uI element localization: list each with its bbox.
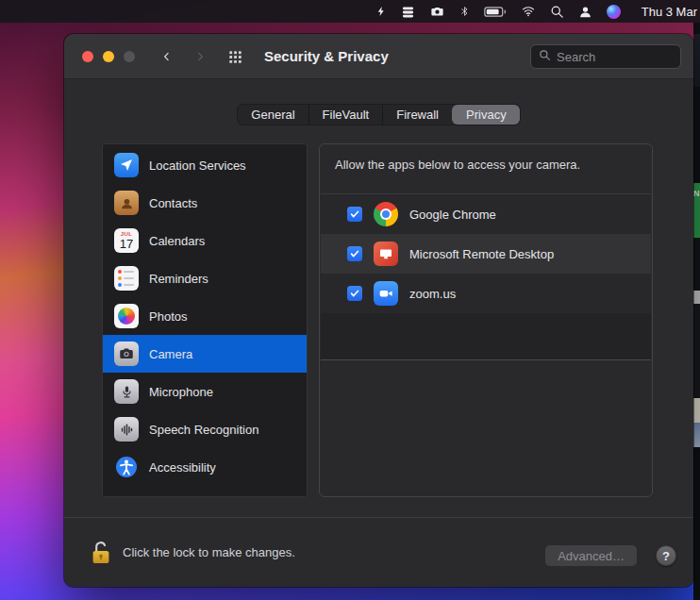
app-row-zoom-us[interactable]: zoom.us: [321, 274, 651, 313]
sidebar-item-label: Speech Recognition: [149, 423, 258, 437]
background-window-sliver: [693, 87, 700, 181]
contacts-icon: [114, 191, 139, 215]
sidebar-item-label: Camera: [149, 347, 192, 361]
sidebar-item-photos[interactable]: Photos: [103, 297, 307, 335]
tab-firewall[interactable]: Firewall: [382, 105, 452, 125]
camera-permissions-panel: Allow the apps below to access your came…: [319, 143, 653, 497]
show-all-grid-icon[interactable]: [228, 49, 245, 64]
spotlight-icon[interactable]: [550, 0, 564, 23]
desktop: Thu 3 Mar N Security &: [0, 0, 700, 600]
background-window-sliver: [693, 423, 700, 447]
stack-icon[interactable]: [401, 0, 415, 23]
lock-icon[interactable]: [91, 540, 111, 569]
title-bar: Security & Privacy: [64, 34, 693, 79]
app-name: Microsoft Remote Desktop: [409, 247, 554, 261]
minimize-button[interactable]: [103, 51, 114, 62]
app-row-google-chrome[interactable]: Google Chrome: [321, 194, 651, 234]
sidebar-item-label: Microphone: [149, 385, 213, 399]
app-checkbox[interactable]: [347, 286, 362, 301]
advanced-button[interactable]: Advanced…: [545, 545, 637, 566]
zoom-button[interactable]: [124, 51, 135, 62]
menu-bar-clock[interactable]: Thu 3 Mar: [642, 5, 697, 19]
app-name: zoom.us: [409, 287, 456, 301]
search-input[interactable]: [557, 50, 673, 64]
bolt-icon[interactable]: [375, 0, 387, 23]
user-switch-icon[interactable]: [578, 0, 592, 23]
tab-general[interactable]: General: [238, 105, 308, 125]
search-icon: [539, 48, 551, 65]
window-title: Security & Privacy: [264, 34, 389, 79]
close-button[interactable]: [82, 51, 93, 62]
zoom-icon: [374, 281, 398, 306]
accessibility-icon: [114, 455, 139, 479]
sidebar-item-accessibility[interactable]: Accessibility: [103, 448, 307, 486]
background-window-sliver: [693, 447, 700, 600]
app-checkbox[interactable]: [347, 207, 362, 222]
sidebar-item-camera[interactable]: Camera: [103, 335, 307, 373]
location-services-icon: [114, 153, 139, 177]
sidebar-item-microphone[interactable]: Microphone: [103, 373, 307, 410]
window-footer: Click the lock to make changes. Advanced…: [64, 517, 693, 587]
app-name: Google Chrome: [409, 208, 496, 222]
search-field[interactable]: [530, 44, 681, 69]
app-checkbox[interactable]: [347, 246, 362, 261]
app-row-microsoft-remote-desktop[interactable]: Microsoft Remote Desktop: [321, 234, 651, 274]
sidebar-item-reminders[interactable]: Reminders: [103, 259, 307, 297]
security-privacy-window: Security & Privacy General FileVault Fir…: [64, 34, 693, 587]
sidebar-item-location-services[interactable]: Location Services: [103, 146, 307, 184]
background-window-sliver: [693, 304, 700, 398]
background-window-sliver: [693, 238, 700, 291]
lock-hint-text: Click the lock to make changes.: [123, 518, 295, 587]
bluetooth-icon[interactable]: [459, 0, 470, 23]
background-window-sliver: [693, 291, 700, 304]
speech-recognition-icon: [114, 417, 139, 442]
battery-icon[interactable]: [484, 0, 507, 23]
sidebar-item-label: Accessibility: [149, 460, 216, 475]
google-chrome-icon: [374, 202, 398, 226]
background-window-sliver: [693, 34, 700, 87]
sidebar-item-label: Location Services: [149, 158, 246, 173]
photos-icon: [114, 304, 139, 328]
microsoft-remote-desktop-icon: [374, 242, 398, 266]
sidebar-item-contacts[interactable]: Contacts: [103, 184, 307, 222]
background-windows: N: [693, 23, 700, 600]
app-permission-list: Google Chrome Microsoft Remote Desktop: [321, 193, 651, 360]
reminders-icon: [114, 266, 139, 291]
sidebar-item-label: Calendars: [149, 234, 205, 248]
camera-icon: [114, 342, 139, 366]
tab-filevault[interactable]: FileVault: [308, 105, 383, 125]
back-button[interactable]: [157, 48, 175, 65]
wifi-icon[interactable]: [521, 0, 536, 23]
sidebar-item-speech-recognition[interactable]: Speech Recognition: [103, 410, 307, 448]
privacy-sidebar: Location Services Contacts JUL 17 Calend…: [102, 143, 308, 497]
tab-bar: General FileVault Firewall Privacy: [64, 104, 693, 125]
panel-header-text: Allow the apps below to access your came…: [320, 144, 652, 172]
sidebar-item-calendars[interactable]: JUL 17 Calendars: [103, 222, 307, 259]
calendars-icon: JUL 17: [114, 228, 139, 253]
background-window-sliver: [693, 398, 700, 423]
sidebar-item-label: Photos: [149, 309, 187, 324]
background-window-letter: N: [693, 189, 700, 198]
forward-button[interactable]: [191, 48, 209, 65]
camera-menu-icon[interactable]: [429, 0, 445, 23]
microphone-icon: [114, 379, 139, 404]
help-button[interactable]: ?: [656, 545, 676, 566]
menu-bar: Thu 3 Mar: [0, 0, 700, 23]
sidebar-item-label: Contacts: [149, 196, 197, 210]
siri-icon[interactable]: [607, 0, 621, 23]
tab-privacy[interactable]: Privacy: [452, 105, 520, 125]
sidebar-item-label: Reminders: [149, 272, 208, 286]
